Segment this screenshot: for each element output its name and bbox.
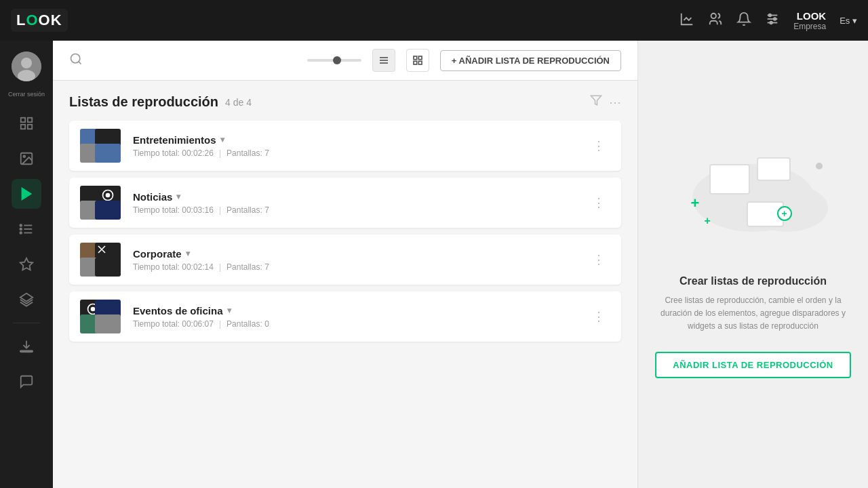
sidebar-item-playlist[interactable] (12, 179, 41, 209)
section-title: Listas de reproducción (69, 94, 218, 110)
playlist-thumbnails (80, 300, 123, 333)
svg-point-4 (769, 14, 772, 16)
playlist-info: Eventos de oficina ▾ Tiempo total: 00:06… (133, 305, 587, 329)
main: + AÑADIR LISTA DE REPRODUCCIÓN Listas de… (53, 41, 868, 488)
playlist-item[interactable]: Eventos de oficina ▾ Tiempo total: 00:06… (69, 291, 621, 342)
playlist-more-icon[interactable]: ⋮ (587, 192, 610, 213)
sidebar-item-download[interactable] (12, 331, 41, 361)
sidebar-item-favorites[interactable] (12, 249, 41, 279)
language-selector[interactable]: Es ▾ (840, 16, 857, 26)
logo-area: LOOK (11, 9, 68, 32)
logo: LOOK (11, 9, 68, 32)
decoration-dot (816, 163, 823, 169)
list-view-button[interactable] (372, 49, 395, 72)
svg-rect-10 (21, 118, 25, 122)
sidebar-item-list[interactable] (12, 214, 41, 244)
sidebar-item-files[interactable] (12, 108, 41, 138)
thumb-4 (95, 258, 121, 277)
section-count: 4 de 4 (225, 97, 252, 108)
svg-rect-25 (20, 350, 33, 352)
users-icon[interactable] (708, 12, 723, 30)
svg-rect-32 (414, 56, 417, 60)
logout-label[interactable]: Cerrar sesión (8, 91, 45, 98)
svg-marker-36 (591, 96, 601, 105)
section-header: Listas de reproducción 4 de 4 ⋯ (69, 94, 621, 110)
playlist-item[interactable]: Entretenimientos ▾ Tiempo total: 00:02:2… (69, 121, 621, 171)
playlist-thumbnails (80, 243, 123, 277)
company-label: Empresa (793, 22, 826, 31)
grid-view-button[interactable] (406, 49, 429, 72)
svg-rect-13 (28, 125, 32, 129)
filter-icon[interactable] (590, 94, 602, 110)
playlist-item[interactable]: Noticias ▾ Tiempo total: 00:03:16 | Pant… (69, 178, 621, 228)
svg-point-42 (92, 308, 95, 311)
sidebar-divider (13, 323, 40, 323)
chevron-down-icon: ▾ (220, 135, 224, 144)
section-more-icon[interactable]: ⋯ (609, 95, 621, 110)
playlist-meta: Tiempo total: 00:03:16 | Pantallas: 7 (133, 205, 587, 215)
svg-rect-33 (418, 56, 422, 60)
svg-rect-35 (418, 61, 422, 64)
chevron-down-icon: ▾ (227, 306, 231, 315)
svg-rect-12 (21, 125, 25, 129)
playlist-meta: Tiempo total: 00:02:14 | Pantallas: 7 (133, 262, 587, 272)
slider-track (307, 59, 361, 62)
thumb-4 (95, 144, 121, 163)
navbar-right: LOOK Empresa Es ▾ (679, 10, 857, 31)
playlist-name: Eventos de oficina ▾ (133, 305, 587, 317)
svg-point-5 (774, 18, 776, 20)
svg-point-8 (21, 58, 32, 68)
zoom-slider[interactable] (307, 59, 361, 62)
svg-point-27 (71, 54, 80, 62)
sidebar: Cerrar sesión (0, 41, 53, 488)
navbar: LOOK LOOK (0, 0, 868, 41)
sliders-icon[interactable] (765, 12, 780, 30)
svg-rect-34 (414, 61, 417, 64)
thumb-4 (95, 201, 121, 220)
playlist-more-icon[interactable]: ⋮ (587, 306, 610, 327)
playlist-name: Noticias ▾ (133, 191, 587, 203)
playlist-more-icon[interactable]: ⋮ (587, 249, 610, 270)
right-panel: + + + Crear listas de reproducción Cree … (637, 41, 868, 488)
right-panel-title: Crear listas de reproducción (679, 275, 827, 287)
svg-marker-16 (22, 188, 31, 200)
svg-marker-23 (20, 258, 33, 270)
chevron-down-icon: ▾ (186, 249, 190, 258)
user-info: LOOK Empresa (793, 10, 826, 31)
logo-o: O (26, 12, 38, 28)
svg-point-20 (20, 224, 22, 226)
playlist-thumbnails (80, 129, 123, 163)
content-panel: + AÑADIR LISTA DE REPRODUCCIÓN Listas de… (53, 41, 637, 488)
chart-icon[interactable] (679, 12, 694, 30)
playlist-item[interactable]: Corporate ▾ Tiempo total: 00:02:14 | Pan… (69, 235, 621, 285)
company-name: LOOK (797, 10, 826, 22)
avatar[interactable] (12, 52, 41, 81)
sidebar-item-layers[interactable] (12, 285, 41, 314)
svg-point-38 (106, 194, 110, 197)
playlist-meta: Tiempo total: 00:06:07 | Pantallas: 0 (133, 319, 587, 329)
circle-plus-icon: + (777, 206, 792, 221)
svg-point-0 (711, 13, 716, 18)
search-icon[interactable] (69, 52, 83, 69)
add-playlist-button[interactable]: + AÑADIR LISTA DE REPRODUCCIÓN (440, 50, 621, 71)
plus-icon-1: + (691, 195, 700, 212)
sidebar-item-chat[interactable] (12, 367, 41, 396)
svg-point-22 (20, 232, 22, 234)
right-panel-description: Cree listas de reproducción, cambie el o… (658, 294, 848, 333)
playlist-name: Corporate ▾ (133, 248, 587, 260)
illustration-screen-1 (709, 164, 750, 195)
bell-icon[interactable] (736, 12, 751, 30)
svg-rect-11 (28, 118, 32, 122)
playlist-more-icon[interactable]: ⋮ (587, 136, 610, 156)
playlist-meta: Tiempo total: 00:02:26 | Pantallas: 7 (133, 148, 587, 158)
svg-point-15 (23, 155, 25, 157)
playlist-info: Entretenimientos ▾ Tiempo total: 00:02:2… (133, 134, 587, 158)
plus-icon-2: + (705, 215, 711, 227)
right-panel-add-button[interactable]: AÑADIR LISTA DE REPRODUCCIÓN (655, 352, 850, 378)
playlist-thumbnails (80, 186, 123, 220)
sidebar-item-image[interactable] (12, 144, 41, 174)
playlist-info: Noticias ▾ Tiempo total: 00:03:16 | Pant… (133, 191, 587, 215)
illustration-screen-2 (757, 157, 791, 181)
toolbar: + AÑADIR LISTA DE REPRODUCCIÓN (53, 41, 637, 81)
illustration: + + + (679, 150, 828, 259)
